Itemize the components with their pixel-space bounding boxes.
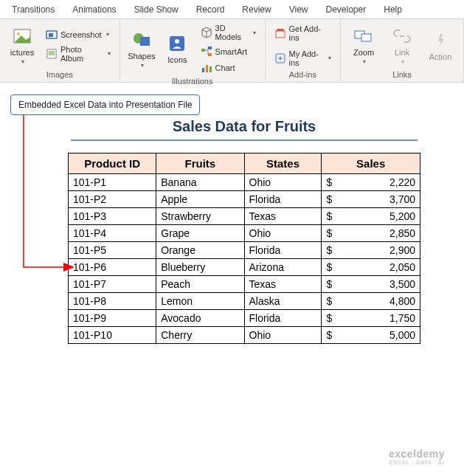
watermark-sub: EXCEL · DATA · BI xyxy=(389,460,445,466)
pictures-icon xyxy=(12,26,32,46)
tab-help[interactable]: Help xyxy=(375,1,411,18)
table-row: 101-P9AvocadoFlorida$1,750 xyxy=(69,310,420,327)
get-addins-label: Get Add-ins xyxy=(289,24,331,42)
watermark: exceldemy EXCEL · DATA · BI xyxy=(389,449,445,466)
cell-state: Texas xyxy=(244,276,322,293)
table-row: 101-P10CherryOhio$5,000 xyxy=(69,327,420,344)
3d-models-button[interactable]: 3D Models▾ xyxy=(198,22,259,43)
photo-album-label: Photo Album xyxy=(60,45,103,63)
cell-sales: $2,900 xyxy=(322,242,420,259)
group-addins-label: Add-ins xyxy=(271,69,334,80)
title-underline xyxy=(71,139,418,141)
group-illustrations-label: Illustrations xyxy=(126,75,259,87)
table-row: 101-P5OrangeFlorida$2,900 xyxy=(69,242,420,259)
cell-sales: $2,050 xyxy=(322,259,420,276)
cell-sales: $5,000 xyxy=(322,327,420,344)
my-addins-button[interactable]: My Add-ins▾ xyxy=(271,48,334,69)
svg-rect-11 xyxy=(208,46,212,49)
cell-fruit: Lemon xyxy=(156,293,244,310)
table-row: 101-P7PeachTexas$3,500 xyxy=(69,276,420,293)
svg-rect-19 xyxy=(361,34,371,41)
group-images-label: Images xyxy=(6,69,114,80)
col-fruits: Fruits xyxy=(156,154,244,174)
table-row: 101-P3StrawberryTexas$5,200 xyxy=(69,208,420,225)
cell-id: 101-P2 xyxy=(69,191,156,208)
svg-rect-3 xyxy=(49,33,53,37)
chevron-down-icon: ▾ xyxy=(401,58,404,65)
tab-developer[interactable]: Developer xyxy=(317,1,375,18)
cell-fruit: Blueberry xyxy=(156,259,244,276)
cell-id: 101-P4 xyxy=(69,225,156,242)
svg-rect-15 xyxy=(210,66,212,72)
tab-record[interactable]: Record xyxy=(187,1,234,18)
cell-fruit: Apple xyxy=(156,191,244,208)
icons-label: Icons xyxy=(167,55,187,64)
cell-fruit: Banana xyxy=(156,174,244,191)
shapes-button[interactable]: Shapes ▾ xyxy=(126,22,157,75)
link-button[interactable]: Link ▾ xyxy=(385,22,419,69)
smartart-icon xyxy=(201,46,212,58)
screenshot-button[interactable]: Screenshot▾ xyxy=(43,27,114,42)
cell-state: Arizona xyxy=(244,259,322,276)
tab-transitions[interactable]: Transitions xyxy=(3,1,63,18)
cell-state: Ohio xyxy=(244,327,322,344)
svg-rect-13 xyxy=(202,68,204,72)
pictures-label: ictures xyxy=(10,48,34,57)
svg-point-9 xyxy=(175,39,179,44)
action-button[interactable]: Action xyxy=(423,22,457,69)
smartart-label: SmartArt xyxy=(215,47,247,56)
tab-slide-show[interactable]: Slide Show xyxy=(125,1,187,18)
my-addins-label: My Add-ins xyxy=(289,49,324,67)
photo-album-button[interactable]: Photo Album▾ xyxy=(43,44,114,64)
svg-rect-5 xyxy=(49,51,55,55)
chevron-down-icon: ▾ xyxy=(106,31,109,38)
cell-state: Florida xyxy=(244,191,322,208)
tab-animations[interactable]: Animations xyxy=(63,1,125,18)
shapes-label: Shapes xyxy=(128,52,155,61)
table-title: Sales Data for Fruits xyxy=(68,118,420,139)
get-addins-button[interactable]: Get Add-ins xyxy=(271,23,334,44)
cell-id: 101-P5 xyxy=(69,242,156,259)
cell-fruit: Peach xyxy=(156,276,244,293)
cell-id: 101-P6 xyxy=(69,259,156,276)
cell-sales: $3,500 xyxy=(322,276,420,293)
embedded-excel-object[interactable]: Sales Data for Fruits Product ID Fruits … xyxy=(68,118,420,344)
addins-icon xyxy=(274,52,286,64)
smartart-button[interactable]: SmartArt xyxy=(198,44,259,59)
col-sales: Sales xyxy=(322,154,420,174)
tab-review[interactable]: Review xyxy=(233,1,280,18)
cell-sales: $2,850 xyxy=(322,225,420,242)
chart-button[interactable]: Chart xyxy=(198,61,259,75)
chart-label: Chart xyxy=(215,63,235,72)
chart-icon xyxy=(201,62,212,74)
cell-fruit: Strawberry xyxy=(156,208,244,225)
photo-album-icon xyxy=(46,48,58,60)
link-label: Link xyxy=(395,48,409,57)
cell-id: 101-P8 xyxy=(69,293,156,310)
chevron-down-icon: ▾ xyxy=(21,58,24,65)
table-row: 101-P2AppleFlorida$3,700 xyxy=(69,191,420,208)
tab-view[interactable]: View xyxy=(280,1,317,18)
icons-button[interactable]: Icons xyxy=(162,22,193,75)
table-row: 101-P1BananaOhio$2,220 xyxy=(69,174,420,191)
zoom-icon xyxy=(353,26,374,46)
watermark-main: exceldemy xyxy=(389,449,445,460)
svg-point-1 xyxy=(17,32,20,35)
zoom-label: Zoom xyxy=(353,48,374,57)
table-row: 101-P8LemonAlaska$4,800 xyxy=(69,293,420,310)
cell-fruit: Cherry xyxy=(156,327,244,344)
group-illustrations: Shapes ▾ Icons 3D Models▾ SmartArt Char xyxy=(120,19,266,82)
cell-id: 101-P7 xyxy=(69,276,156,293)
chevron-down-icon: ▾ xyxy=(108,50,111,57)
svg-rect-10 xyxy=(201,49,205,52)
cell-fruit: Orange xyxy=(156,242,244,259)
chevron-down-icon: ▾ xyxy=(363,58,366,65)
cell-sales: $1,750 xyxy=(322,310,420,327)
pictures-button[interactable]: ictures ▾ xyxy=(6,22,38,69)
screenshot-label: Screenshot xyxy=(60,30,102,39)
svg-rect-14 xyxy=(206,65,208,72)
zoom-button[interactable]: Zoom ▾ xyxy=(347,22,381,69)
group-images: ictures ▾ Screenshot▾ Photo Album▾ Image… xyxy=(0,19,120,82)
ribbon: ictures ▾ Screenshot▾ Photo Album▾ Image… xyxy=(0,19,464,83)
cell-state: Ohio xyxy=(244,174,322,191)
